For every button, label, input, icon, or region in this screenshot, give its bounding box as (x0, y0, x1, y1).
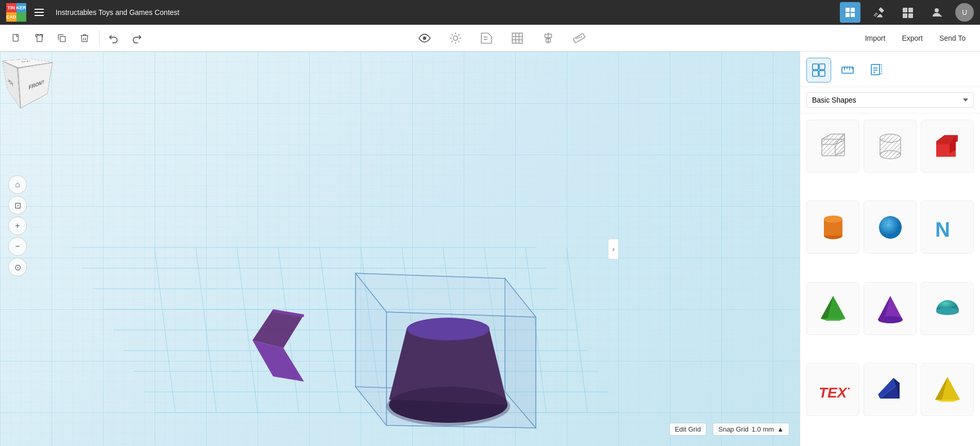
svg-line-25 (451, 41, 452, 42)
logo-cell-n: CAD (6, 12, 16, 22)
svg-rect-76 (813, 64, 818, 70)
shape-cylinder-hole[interactable] (864, 120, 917, 173)
cube-face-front: FRONT (18, 62, 53, 109)
svg-rect-77 (819, 64, 825, 70)
notes-button[interactable] (475, 27, 498, 49)
svg-text:TEXT: TEXT (819, 385, 850, 401)
shape-box-hole[interactable] (806, 120, 859, 173)
duplicate-button[interactable] (52, 28, 72, 48)
svg-point-75 (386, 387, 510, 426)
right-panel: Basic Shapes Text & Numbers Connectors F… (800, 52, 980, 446)
svg-line-22 (451, 34, 452, 35)
panel-tabs (800, 52, 980, 87)
svg-rect-7 (903, 8, 907, 12)
svg-rect-1 (35, 12, 44, 13)
svg-rect-13 (13, 34, 18, 41)
svg-rect-2 (35, 15, 44, 16)
svg-point-104 (824, 216, 842, 223)
svg-point-98 (880, 134, 901, 142)
svg-marker-112 (821, 319, 846, 321)
build-view-button[interactable] (869, 2, 889, 23)
export-button[interactable]: Export (893, 30, 931, 46)
3d-viewport[interactable]: FRONT LEFT TOP ⌂ ⊡ + − ⊙ › Edit Grid Sna… (0, 52, 800, 446)
grid-view-button[interactable] (840, 2, 860, 23)
undo-button[interactable] (104, 28, 124, 48)
fit-view-button[interactable]: ⊡ (8, 196, 27, 214)
svg-rect-36 (573, 33, 585, 42)
ruler-button[interactable] (568, 27, 590, 49)
svg-point-16 (423, 36, 427, 40)
main-toolbar: Import Export Send To (0, 25, 980, 52)
shape-cylinder[interactable] (806, 201, 859, 254)
svg-line-23 (458, 41, 459, 42)
svg-rect-5 (846, 13, 850, 17)
tab-notes[interactable] (864, 58, 889, 82)
shape-text[interactable]: N (921, 201, 974, 254)
snap-grid-label: Snap Grid (718, 425, 749, 433)
shapes-grid: N (800, 113, 980, 446)
main-content: FRONT LEFT TOP ⌂ ⊡ + − ⊙ › Edit Grid Sna… (0, 52, 980, 446)
tab-ruler[interactable] (835, 58, 860, 82)
panel-collapse-button[interactable]: › (608, 239, 618, 259)
shape-sphere[interactable] (864, 201, 917, 254)
snap-grid-arrow[interactable]: ▲ (777, 425, 784, 433)
redo-button[interactable] (126, 28, 147, 48)
grid-controls: Edit Grid Snap Grid 1.0 mm ▲ (669, 423, 789, 436)
home-view-button[interactable]: ⌂ (8, 175, 27, 194)
profile-button[interactable]: + (926, 2, 947, 23)
paste-button[interactable] (29, 28, 49, 48)
svg-rect-78 (813, 71, 818, 76)
shape-box[interactable] (921, 120, 974, 173)
top-navigation-bar: TIN KER CAD Instructables Toys and Games… (0, 0, 980, 25)
logo-cell-i: KER (16, 3, 26, 12)
svg-rect-3 (846, 8, 850, 12)
zoom-out-button[interactable]: − (8, 237, 27, 256)
svg-rect-9 (903, 13, 907, 18)
menu-button[interactable] (29, 2, 49, 23)
shapes-category-select[interactable]: Basic Shapes Text & Numbers Connectors F… (806, 92, 974, 108)
edit-grid-button[interactable]: Edit Grid (669, 423, 707, 436)
tab-shapes[interactable] (806, 58, 831, 82)
new-button[interactable] (6, 28, 27, 48)
svg-point-17 (453, 36, 458, 40)
app-title: Instructables Toys and Games Contest (56, 8, 840, 16)
shape-text-3d[interactable]: TEXT (806, 363, 859, 416)
shapes-category-dropdown: Basic Shapes Text & Numbers Connectors F… (800, 87, 980, 113)
svg-rect-6 (851, 13, 855, 17)
view-toggle-button[interactable] (413, 27, 436, 49)
view-controls: ⌂ ⊡ + − ⊙ (8, 175, 27, 276)
import-button[interactable]: Import (857, 30, 894, 46)
logo-cell-k (16, 12, 26, 22)
grid-snap-button[interactable] (506, 27, 529, 49)
shape-cone[interactable] (864, 282, 917, 335)
logo-cell-t: TIN (6, 3, 16, 12)
svg-text:+: + (940, 14, 942, 19)
svg-rect-79 (819, 71, 825, 76)
svg-rect-10 (908, 13, 913, 18)
svg-point-74 (407, 318, 489, 340)
simulation-button[interactable] (898, 2, 918, 23)
align-button[interactable] (537, 27, 560, 49)
svg-point-116 (936, 308, 959, 315)
svg-rect-4 (851, 8, 855, 12)
svg-rect-8 (908, 8, 913, 12)
shape-wedge[interactable] (864, 363, 917, 416)
svg-text:N: N (935, 218, 950, 241)
svg-rect-28 (512, 33, 522, 43)
tinkercad-logo[interactable]: TIN KER CAD (6, 3, 25, 22)
snap-grid-value: 1.0 mm (752, 425, 774, 433)
shape-pyramid[interactable] (806, 282, 859, 335)
light-button[interactable] (444, 27, 467, 49)
delete-button[interactable] (74, 28, 95, 48)
snap-grid-control: Snap Grid 1.0 mm ▲ (713, 423, 789, 436)
ortho-view-button[interactable]: ⊙ (8, 258, 27, 276)
shape-pyramid-yellow[interactable] (921, 363, 974, 416)
svg-point-11 (935, 8, 939, 12)
view-cube[interactable]: FRONT LEFT TOP (10, 62, 52, 103)
send-to-button[interactable]: Send To (931, 30, 974, 46)
svg-rect-15 (60, 36, 65, 41)
viewport-grid (0, 52, 800, 446)
shape-half-sphere[interactable] (921, 282, 974, 335)
user-avatar[interactable]: U (955, 3, 974, 22)
zoom-in-button[interactable]: + (8, 217, 27, 235)
